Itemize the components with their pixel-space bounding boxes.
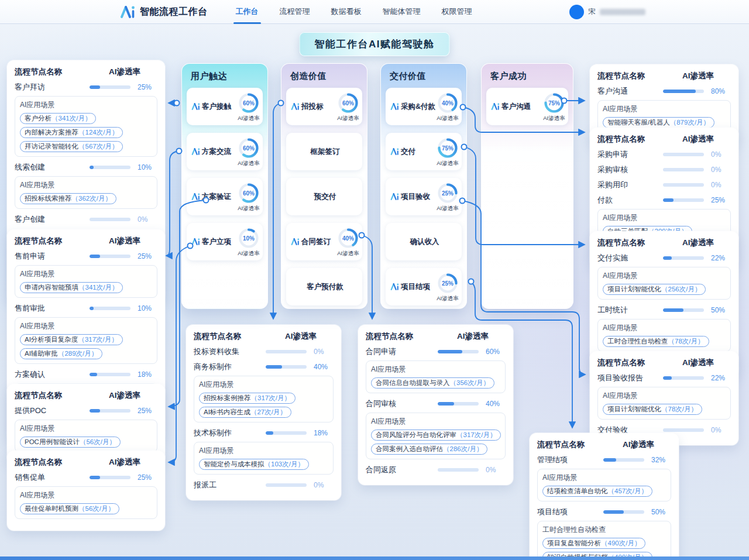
flow-node-name: 方案验证 (202, 192, 231, 202)
process-node-name: 售前申请 (15, 251, 90, 262)
ai-rate-progress-bar (266, 431, 307, 435)
flow-node-name: 招投标 (301, 102, 324, 112)
ai-scenario-label: AI应用场景 (371, 365, 500, 375)
flow-node-card[interactable]: 确认收入 (386, 223, 462, 260)
flow-node-card[interactable]: 客户预付款 (286, 268, 362, 305)
ai-rate-progress-fill (603, 510, 624, 514)
flow-node-gauge: 25%AI渗透率 (437, 272, 459, 303)
ai-scenario-chip: 拜访记录智能转化（567次/月） (20, 141, 123, 152)
flow-node-card[interactable]: 采购&付款40%AI渗透率 (386, 88, 462, 125)
process-node-row: 线索创建10% (15, 162, 157, 173)
ai-rate-progress-fill (438, 402, 454, 406)
ai-rate-label: AI渗透率 (337, 250, 359, 257)
ai-rate-value: 10% (138, 304, 157, 312)
flow-node-card[interactable]: 合同签订40%AI渗透率 (286, 223, 362, 260)
chip-count: （567次/月） (78, 143, 118, 150)
process-node-row: 售前审批10% (15, 303, 157, 314)
flow-node-left: 客户立项 (191, 237, 238, 247)
ai-scenario-chip: 客户分析（341次/月） (20, 113, 96, 124)
navbar: 智能流程工作台 工作台 流程管理 数据看板 智能体管理 权限管理 宋 (0, 0, 749, 23)
ai-scenario-chip: 合同信息自动提取与录入（356次/月） (371, 377, 494, 389)
tab-permission-management[interactable]: 权限管理 (441, 0, 473, 25)
chip-count: （317次/月） (456, 431, 496, 438)
tab-data-board[interactable]: 数据看板 (330, 0, 363, 25)
flow-node-card[interactable]: 项目结项25%AI渗透率 (386, 268, 462, 305)
flow-node-left: 方案交流 (191, 147, 238, 157)
column-header-node-name: 流程节点名称 (597, 238, 665, 248)
ai-scenario-label: AI应用场景 (199, 380, 328, 390)
column-header-ai-rate: AI渗透率 (92, 236, 157, 246)
flow-node-card[interactable]: 客户沟通75%AI渗透率 (486, 88, 568, 125)
ai-scenario-chips: 招投标案例推荐（317次/月）AI标书内容生成（27次/月） (199, 393, 328, 418)
flow-node-card[interactable]: 方案验证60%AI渗透率 (187, 178, 263, 215)
flow-node-gauge: 25%AI渗透率 (437, 182, 459, 212)
ai-rate-value: 0% (138, 215, 157, 224)
ai-scenario-label: 工时合理性自动检查 (542, 525, 666, 535)
flow-node-card[interactable]: 交付75%AI渗透率 (386, 133, 462, 170)
flow-node-gauge: 40%AI渗透率 (337, 227, 359, 257)
ai-scenario-chip: 招投标线索推荐（362次/月） (20, 193, 116, 204)
ai-scenario-label: AI应用场景 (20, 269, 152, 279)
ai-scenario-chips: 最佳促单时机预测（56次/月） (20, 503, 152, 514)
ai-rate-value: 0% (314, 348, 334, 356)
column-header-node-name: 流程节点名称 (366, 331, 440, 342)
ai-scenario-chips: 申请内容智能预填（341次/月） (20, 282, 152, 293)
ai-rate-progress-fill (266, 431, 273, 435)
process-node-name: 提供POC (15, 406, 90, 416)
ai-scenario-box: AI应用场景招投标线索推荐（362次/月） (15, 176, 157, 209)
ai-scenario-chips: 合同信息自动提取与录入（356次/月） (371, 377, 500, 389)
ai-rate-progress-fill (663, 376, 672, 380)
flow-node-left: 方案验证 (191, 192, 238, 202)
ai-rate-value: 0% (711, 181, 731, 189)
ai-rate-progress-bar (90, 307, 130, 310)
process-node-name: 合同审核 (366, 398, 438, 409)
detail-card-header: 流程节点名称AI渗透率 (15, 236, 157, 246)
ai-scenario-chip: 最佳促单时机预测（56次/月） (20, 503, 119, 514)
ai-rate-progress-bar (663, 428, 704, 432)
process-node-name: 管理结项 (537, 455, 603, 465)
flow-node-left: 合同签订 (291, 237, 337, 247)
tab-process-management[interactable]: 流程管理 (279, 0, 311, 25)
flow-node-name: 采购&付款 (401, 102, 435, 112)
ai-rate-progress-bar (663, 308, 704, 312)
ai-rate-progress-bar (438, 350, 479, 353)
ai-scenario-chips: 客户分析（341次/月）内部解决方案推荐（124次/月）拜访记录智能转化（567… (20, 113, 152, 152)
user-menu[interactable]: 宋 (569, 0, 645, 23)
process-node-row: 报派工0% (194, 480, 334, 490)
flow-node-card[interactable]: 招投标60%AI渗透率 (286, 88, 362, 125)
ai-scenario-label: AI应用场景 (20, 321, 152, 331)
chip-count: （289次/月） (58, 350, 98, 357)
ai-rate-value: 0% (711, 166, 731, 174)
chip-text: 结项检查清单自动化 (547, 487, 608, 494)
flow-node-gauge: 75%AI渗透率 (543, 92, 565, 122)
tab-agent-management[interactable]: 智能体管理 (382, 0, 422, 25)
ai-rate-progress-bar (266, 350, 307, 353)
chip-text: 智能定价与成本模拟 (204, 461, 264, 468)
process-node-row: 项目验收报告22% (597, 373, 731, 383)
column-header-ai-rate: AI渗透率 (92, 67, 157, 77)
tab-workbench[interactable]: 工作台 (235, 0, 260, 25)
chip-count: （317次/月） (78, 336, 118, 343)
column-header-node-name: 流程节点名称 (15, 390, 92, 401)
ai-scenario-chips: 工时合理性自动检查（78次/月） (603, 336, 726, 347)
ai-rate-progress-bar (663, 198, 704, 202)
process-node-name: 客户沟通 (597, 86, 663, 97)
ai-rate-value: 18% (138, 370, 157, 379)
flow-node-card[interactable]: 客户接触60%AI渗透率 (187, 88, 263, 125)
avatar[interactable] (569, 5, 584, 19)
column-header-ai-rate: AI渗透率 (92, 390, 157, 401)
ai-rate-progress-fill (90, 166, 94, 169)
chip-text: 客户分析 (25, 115, 51, 122)
flow-node-card[interactable]: 框架签订 (286, 133, 362, 170)
ai-rate-label: AI渗透率 (238, 205, 259, 212)
flow-node-card[interactable]: 方案交流60%AI渗透率 (187, 133, 263, 170)
ai-rate-label: AI渗透率 (437, 205, 458, 212)
flow-node-card[interactable]: 预交付 (286, 178, 362, 215)
flow-node-card[interactable]: 客户立项10%AI渗透率 (187, 223, 263, 260)
flow-node-card[interactable]: 项目验收25%AI渗透率 (386, 178, 462, 215)
ai-rate-label: AI渗透率 (543, 115, 565, 122)
svg-text:10%: 10% (243, 235, 255, 242)
process-node-row: 采购申请0% (597, 149, 731, 160)
detail-card-project-closure: 流程节点名称AI渗透率管理结项32%AI应用场景结项检查清单自动化（457次/月… (530, 433, 679, 560)
flow-column-deliver-value: 交付价值采购&付款40%AI渗透率交付75%AI渗透率项目验收25%AI渗透率确… (380, 63, 467, 309)
